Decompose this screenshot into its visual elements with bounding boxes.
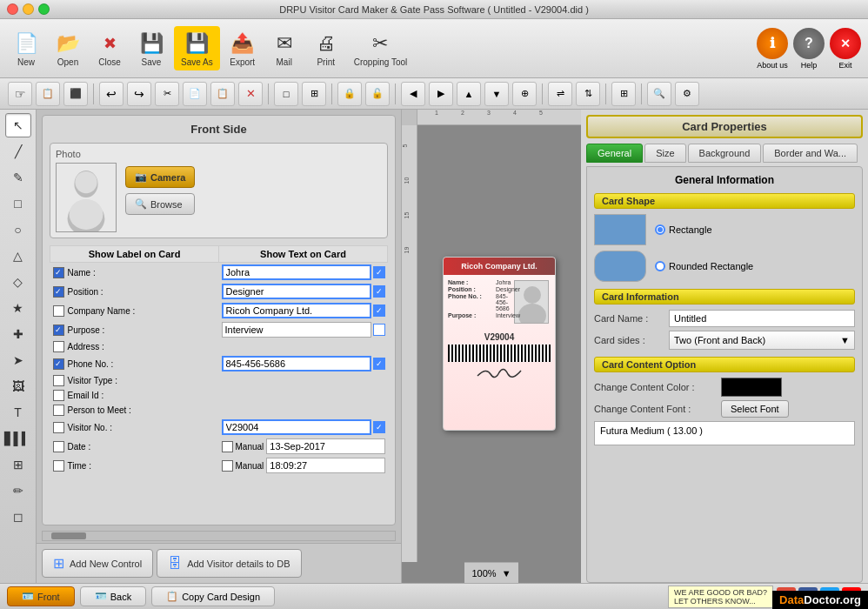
pen-tool[interactable]: ✎ [5, 165, 31, 190]
rect-tool[interactable]: □ [5, 191, 31, 216]
rounded-radio[interactable] [655, 261, 665, 271]
help-button[interactable]: ? [793, 28, 825, 59]
back-nav-button[interactable]: 🪪 Back [80, 586, 146, 606]
template-btn[interactable]: 📋 [36, 82, 60, 106]
field-check-indicator[interactable] [373, 324, 385, 336]
import-btn[interactable]: ⬛ [63, 82, 88, 106]
field-checkbox[interactable] [53, 422, 64, 433]
unlock-btn[interactable]: 🔓 [365, 82, 390, 106]
field-checkbox[interactable] [53, 375, 64, 386]
align-up-btn[interactable]: ▲ [457, 82, 481, 106]
close-window-btn[interactable] [7, 3, 18, 15]
open-button[interactable]: 📂 Open [49, 26, 87, 70]
group-btn[interactable]: □ [274, 82, 298, 106]
field-checkbox[interactable] [53, 286, 64, 298]
rectangle-option[interactable]: Rectangle [655, 224, 712, 235]
flip-v-btn[interactable]: ⇅ [576, 82, 600, 106]
field-check-indicator[interactable] [373, 358, 385, 370]
tab-background[interactable]: Background [688, 144, 762, 163]
cropping-tool-button[interactable]: ✂ Cropping Tool [349, 26, 413, 70]
rounded-option[interactable]: Rounded Rectangle [655, 261, 753, 271]
undo-btn[interactable]: ↩ [99, 82, 124, 106]
field-checkbox[interactable] [53, 358, 64, 370]
about-button[interactable]: ℹ [757, 28, 788, 59]
center-h-btn[interactable]: ⊕ [512, 82, 537, 106]
feedback-box[interactable]: WE ARE GOOD OR BAD? LET OTHERS KNOW... [668, 586, 773, 608]
field-text-input[interactable] [222, 356, 371, 371]
horizontal-scrollbar[interactable] [42, 531, 396, 541]
manual-checkbox[interactable] [222, 441, 233, 452]
rectangle-radio[interactable] [655, 224, 665, 235]
save-as-button[interactable]: 💾 Save As [174, 26, 220, 70]
minimize-window-btn[interactable] [23, 3, 34, 15]
new-button[interactable]: 📄 New [7, 26, 45, 70]
mail-button[interactable]: ✉ Mail [265, 26, 304, 70]
field-check-indicator[interactable] [373, 266, 385, 278]
field-checkbox[interactable] [53, 390, 64, 401]
cross-tool[interactable]: ✚ [5, 322, 31, 346]
lock-btn[interactable]: 🔒 [337, 82, 362, 106]
maximize-window-btn[interactable] [38, 3, 50, 15]
field-text-input[interactable] [222, 284, 371, 299]
flip-h-btn[interactable]: ⇌ [548, 82, 572, 106]
field-text-input[interactable] [222, 322, 371, 338]
camera-button[interactable]: 📷 Camera [125, 166, 195, 188]
cursor-tool[interactable]: ☞ [8, 82, 32, 106]
zoom-in-btn[interactable]: 🔍 [647, 82, 671, 106]
field-checkbox[interactable] [53, 460, 64, 472]
line-tool[interactable]: ╱ [5, 139, 31, 164]
copy-btn2[interactable]: 📄 [183, 82, 207, 106]
text-tool[interactable]: T [5, 400, 31, 425]
ungroup-btn[interactable]: ⊞ [302, 82, 326, 106]
field-check-indicator[interactable] [373, 285, 385, 298]
align-down-btn[interactable]: ▼ [484, 82, 509, 106]
paste-btn[interactable]: 📋 [210, 82, 235, 106]
color-picker[interactable] [721, 378, 782, 397]
export-button[interactable]: 📤 Export [224, 26, 262, 70]
field-checkbox[interactable] [53, 325, 64, 336]
tab-general[interactable]: General [586, 144, 643, 163]
field-text-input[interactable] [222, 303, 371, 318]
field-text-input[interactable] [222, 264, 371, 280]
select-tool[interactable]: ↖ [5, 113, 31, 137]
diamond-tool[interactable]: ◇ [5, 270, 31, 294]
manual-checkbox[interactable] [222, 460, 233, 472]
card-sides-select[interactable]: Two (Front and Back) ▼ [669, 331, 855, 350]
exit-button[interactable]: ✕ [830, 28, 861, 59]
tab-size[interactable]: Size [644, 144, 685, 163]
tab-border[interactable]: Border and Wa... [763, 144, 858, 163]
add-visitor-button[interactable]: 🗄 Add Visitor details to DB [157, 549, 301, 578]
scrollbar-thumb[interactable] [51, 532, 86, 539]
field-checkbox[interactable] [53, 405, 64, 416]
canvas-content[interactable]: Ricoh Company Ltd. Name [417, 125, 581, 562]
zoom-icon[interactable]: ▼ [502, 568, 511, 579]
barcode-tool[interactable]: ▋▌▍ [5, 426, 31, 451]
close-button[interactable]: ✖ Close [90, 26, 129, 70]
select-font-button[interactable]: Select Font [721, 400, 789, 418]
field-checkbox[interactable] [53, 267, 64, 278]
draw-tool[interactable]: ✏ [5, 478, 31, 503]
browse-button[interactable]: 🔍 Browse [125, 193, 195, 215]
add-control-button[interactable]: ⊞ Add New Control [42, 549, 153, 578]
settings-btn[interactable]: ⚙ [675, 82, 699, 106]
cut-btn[interactable]: ✂ [155, 82, 179, 106]
image-tool[interactable]: 🖼 [5, 374, 31, 398]
field-checkbox[interactable] [53, 341, 64, 352]
print-button[interactable]: 🖨 Print [307, 26, 345, 70]
triangle-tool[interactable]: △ [5, 244, 31, 268]
card-name-input[interactable] [669, 310, 855, 327]
front-nav-button[interactable]: 🪪 Front [7, 586, 75, 606]
qr-tool[interactable]: ⊞ [5, 452, 31, 477]
arrow-tool[interactable]: ➤ [5, 348, 31, 372]
field-checkbox[interactable] [53, 441, 64, 452]
circle-tool[interactable]: ○ [5, 218, 31, 242]
save-button[interactable]: 💾 Save [132, 26, 170, 70]
redo-btn[interactable]: ↪ [127, 82, 151, 106]
field-check-indicator[interactable] [373, 421, 385, 433]
field-text-input[interactable] [222, 419, 371, 435]
align-right-btn[interactable]: ▶ [429, 82, 453, 106]
field-text-input[interactable] [266, 458, 384, 473]
grid-btn[interactable]: ⊞ [611, 82, 636, 106]
delete-btn[interactable]: ✕ [238, 82, 263, 106]
field-check-indicator[interactable] [373, 304, 385, 317]
